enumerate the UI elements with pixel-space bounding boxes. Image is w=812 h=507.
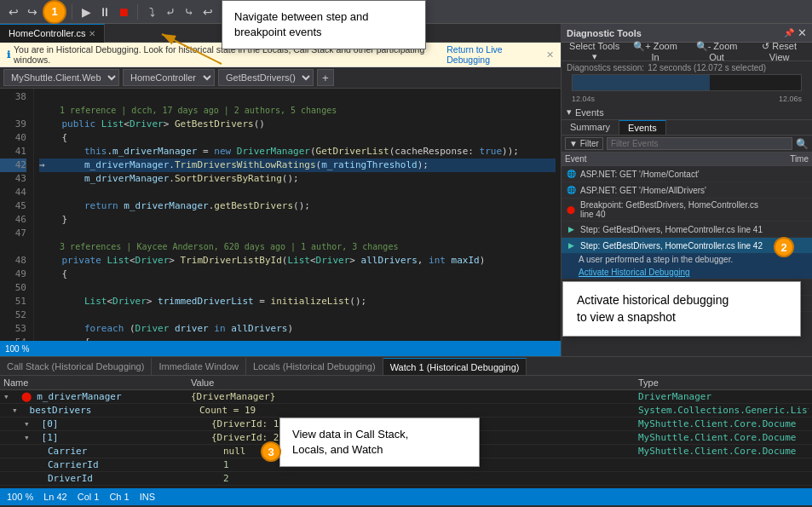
code-line-46: } — [39, 213, 556, 227]
code-line-45: return m_driverManager.getBestDrivers(); — [39, 199, 556, 213]
pin-button[interactable]: 📌 — [784, 26, 794, 39]
return-live-link[interactable]: Return to Live Debugging — [446, 44, 543, 65]
zoom-level: 100 % — [5, 344, 29, 354]
event-text-2: ASP.NET: GET '/Home/AllDrivers' — [580, 186, 770, 195]
events-toggle[interactable]: ▾ Events — [561, 105, 812, 120]
select-tools-button[interactable]: Select Tools ▾ — [565, 39, 624, 64]
class-dropdown[interactable]: HomeController — [123, 69, 215, 86]
tab-locals[interactable]: Locals (Historical Debugging) — [246, 358, 383, 375]
watch-type-5: MyShuttle.Client.Core.Docume — [638, 446, 809, 457]
code-content[interactable]: 1 reference | dcch, 17 days ago | 2 auth… — [34, 89, 561, 341]
events-filter-bar: ▼ Filter 🔍 — [561, 135, 812, 153]
tab-homecontroller[interactable]: HomeController.cs ✕ — [0, 24, 105, 43]
event-row-step-41[interactable]: ▶ Step: GetBestDrivers, HomeController.c… — [561, 222, 812, 238]
tab-watch1[interactable]: Watch 1 (Historical Debugging) — [383, 358, 527, 375]
timeline[interactable] — [572, 74, 802, 91]
code-line-ref2: 3 references | Kaycee Anderson, 620 days… — [39, 240, 556, 254]
expand-icon-2[interactable]: ▾ — [12, 405, 24, 416]
expand-icon-4[interactable]: ▾ — [24, 432, 36, 443]
breakpoint-icon: ⬤ — [565, 204, 577, 216]
timeline-labels: 12.04s 12.06s — [567, 95, 807, 103]
info-icon: ℹ — [7, 49, 10, 60]
events-table-header: Event Time — [561, 153, 812, 166]
watch-name: ▾ ⬤ m_driverManager — [3, 391, 191, 402]
code-line-39: public List<Driver> GetBestDrivers() — [39, 118, 556, 131]
watch-value-7: 2 — [223, 473, 638, 484]
watch-name-6: CarrierId — [36, 459, 223, 470]
type-col-header: Type — [638, 377, 809, 388]
code-line-53: foreach (Driver driver in allDrivers) — [39, 322, 556, 336]
badge-circle-2: 2 — [774, 237, 794, 257]
expand-button[interactable]: + — [317, 69, 334, 86]
filter-events-input[interactable] — [607, 137, 792, 150]
watch-name-5: Carrier — [36, 446, 223, 457]
event-col-header: Event — [565, 154, 770, 164]
session-label: Diagnostics session: — [567, 63, 644, 72]
close-icon[interactable]: ✕ — [89, 29, 95, 38]
event-row-breakpoint[interactable]: ⬤ Breakpoint: GetBestDrivers, HomeContro… — [561, 199, 812, 222]
play-button[interactable]: ▶ — [78, 3, 95, 20]
watch-type: DriverManager — [638, 391, 809, 402]
step-into-button[interactable]: ⤶ — [162, 3, 179, 20]
event-row-aspnet-alldrivers[interactable]: 🌐 ASP.NET: GET '/Home/AllDrivers' — [561, 182, 812, 199]
status-line: Ln 42 — [43, 492, 67, 502]
watch-type-4: MyShuttle.Client.Core.Docume — [638, 432, 809, 443]
event-text: ASP.NET: GET '/Home/Contact' — [580, 170, 770, 179]
callout-3-text: View data in Call Stack, Locals, and Wat… — [292, 428, 408, 456]
code-editor[interactable]: 38 39 40 41 42 43 44 45 46 47 48 49 50 5… — [0, 89, 561, 341]
filter-button[interactable]: ▼ Filter — [565, 137, 603, 150]
watch-row-name[interactable]: Name "Deborah Chen" — [0, 486, 812, 488]
code-line-52 — [39, 308, 556, 322]
code-line-ref1: 1 reference | dcch, 17 days ago | 2 auth… — [39, 104, 556, 118]
status-zoom: 100 % — [7, 492, 33, 502]
badge-circle-3: 3 — [261, 441, 281, 462]
status-col: Col 1 — [78, 492, 100, 502]
editor-dropdowns: MyShuttle.Client.Web HomeController GetB… — [0, 67, 561, 89]
method-dropdown[interactable]: GetBestDrivers() — [218, 69, 314, 86]
zoom-out-button[interactable]: 🔍- Zoom Out — [687, 39, 747, 64]
watch-row-bestdrivers[interactable]: ▾ bestDrivers Count = 19 System.Collecti… — [0, 404, 812, 418]
expand-icon-3[interactable]: ▾ — [24, 418, 36, 429]
callout-1-text: Navigate between step and breakpoint eve… — [234, 10, 369, 38]
diag-title: Diagnostic Tools — [567, 28, 642, 38]
project-dropdown[interactable]: MyShuttle.Client.Web — [3, 69, 119, 86]
watch-row-driverid[interactable]: DriverId 2 — [0, 472, 812, 486]
timeline-start: 12.04s — [572, 95, 595, 103]
reset-view-button[interactable]: ↺ Reset View — [750, 39, 809, 64]
undo-button[interactable]: ↩ — [5, 3, 22, 20]
diag-toolbar: Select Tools ▾ 🔍+ Zoom In 🔍- Zoom Out ↺ … — [561, 43, 812, 61]
code-line-51: List<Driver> trimmedDriverList = initial… — [39, 295, 556, 308]
step-icon: ▶ — [565, 223, 577, 235]
zoom-bar: 100 % — [0, 341, 561, 356]
close-panel-button[interactable]: ✕ — [798, 26, 807, 39]
events-label: Events — [575, 107, 604, 118]
close-banner[interactable]: ✕ — [546, 49, 554, 60]
step-out-button[interactable]: ⤷ — [181, 3, 198, 20]
tab-label: HomeController.cs — [9, 28, 85, 38]
stop-button[interactable]: ⏹ — [115, 3, 132, 20]
watch-name-8: Name — [36, 487, 223, 488]
search-icon-button[interactable]: 🔍 — [796, 138, 809, 150]
tab-immediate[interactable]: Immediate Window — [152, 358, 246, 375]
redo-button[interactable]: ↪ — [24, 3, 41, 20]
callout-2-text: Activate historical debugging to view a … — [577, 293, 728, 324]
tab-call-stack[interactable]: Call Stack (Historical Debugging) — [0, 358, 152, 375]
badge-1: 1 — [43, 0, 66, 24]
step-over-button[interactable]: ⤵ — [143, 3, 160, 20]
bottom-tab-bar: Call Stack (Historical Debugging) Immedi… — [0, 357, 812, 376]
event-text-4: Step: GetBestDrivers, HomeController.cs … — [580, 225, 770, 234]
activate-historical-link[interactable]: Activate Historical Debugging — [579, 268, 690, 277]
event-detail-description: A user performed a step in the debugger. — [579, 255, 733, 264]
watch-row-m-drivermanager[interactable]: ▾ ⬤ m_driverManager {DriverManager} Driv… — [0, 390, 812, 404]
pause-button[interactable]: ⏸ — [96, 3, 113, 20]
zoom-in-button[interactable]: 🔍+ Zoom In — [627, 39, 683, 64]
expand-icon[interactable]: ▾ — [3, 391, 15, 402]
tab-events[interactable]: Events — [619, 120, 666, 135]
tab-summary[interactable]: Summary — [561, 120, 619, 135]
step-back-button[interactable]: ↩ — [199, 3, 216, 20]
chevron-down-icon: ▾ — [567, 107, 572, 118]
status-ins: INS — [140, 492, 155, 502]
watch-name-4: ▾ [1] — [24, 432, 211, 443]
event-detail: A user performed a step in the debugger. — [561, 253, 812, 266]
event-row-aspnet-contact[interactable]: 🌐 ASP.NET: GET '/Home/Contact' — [561, 166, 812, 182]
